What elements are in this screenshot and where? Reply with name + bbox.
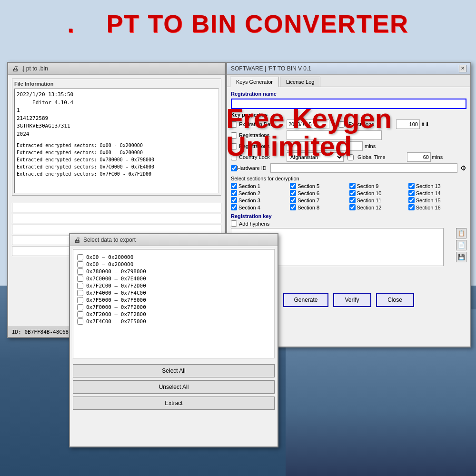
extract-button[interactable]: Extract bbox=[73, 397, 275, 410]
checkbox-item-9[interactable] bbox=[77, 311, 83, 317]
select-icon: 🖨 bbox=[74, 236, 80, 244]
executions-spinner[interactable]: ⬆⬇ bbox=[421, 121, 429, 128]
executions-input[interactable] bbox=[396, 119, 420, 129]
unselect-all-button[interactable]: Unselect All bbox=[73, 380, 275, 394]
tab-license-log[interactable]: License Log bbox=[280, 77, 320, 87]
file-info-content: 2022/1/20 13:35:50 Editor 4.10.4 1 21412… bbox=[14, 89, 219, 193]
paste-icon[interactable]: 📄 bbox=[456, 240, 466, 250]
section-item-8: Section 8 bbox=[290, 204, 348, 210]
file-content-line-2: Editor 4.10.4 bbox=[17, 99, 217, 107]
select-window-titlebar: 🖨 Select data to export bbox=[70, 234, 278, 246]
field-2[interactable] bbox=[12, 214, 221, 223]
file-content-line-3: 1 bbox=[17, 107, 217, 115]
section-checkbox-8[interactable] bbox=[290, 204, 296, 210]
section-checkbox-5[interactable] bbox=[290, 183, 296, 189]
checkbox-item-7[interactable] bbox=[77, 297, 83, 303]
sector-4: Extracted encrypted sectors: 0x7C0000 - … bbox=[17, 163, 217, 170]
section-checkbox-1[interactable] bbox=[231, 183, 237, 189]
section-checkbox-6[interactable] bbox=[290, 190, 296, 196]
expiration-dropdown-icon: ▼ bbox=[331, 121, 337, 127]
registrations-input-2[interactable] bbox=[287, 141, 363, 151]
section-item-14: Section 14 bbox=[408, 190, 466, 196]
file-info-section: File Information 2022/1/20 13:35:50 Edit… bbox=[12, 79, 221, 196]
field-3[interactable] bbox=[12, 225, 221, 234]
section-checkbox-10[interactable] bbox=[349, 190, 356, 196]
section-checkbox-13[interactable] bbox=[408, 183, 415, 189]
input-row-2 bbox=[12, 214, 221, 223]
section-checkbox-4[interactable] bbox=[231, 204, 237, 210]
hardware-id-row: Hardware ID ⚙ bbox=[231, 163, 466, 173]
hardware-id-checkbox[interactable] bbox=[231, 165, 237, 171]
registrations-input-1[interactable] bbox=[287, 130, 382, 140]
list-item: 0x7F4000 – 0x7F4C00 bbox=[77, 290, 270, 296]
hardware-id-label: Hardware ID bbox=[237, 165, 267, 171]
list-item: 0x7F0000 – 0x7F2000 bbox=[77, 304, 270, 310]
save-icon[interactable]: 💾 bbox=[456, 252, 466, 262]
checkbox-item-5[interactable] bbox=[77, 283, 83, 289]
list-item: 0x7F2000 – 0x7F2800 bbox=[77, 311, 270, 317]
close-button[interactable]: Close bbox=[376, 293, 414, 307]
checkbox-item-10[interactable] bbox=[77, 318, 83, 325]
registrations-checkbox-1[interactable] bbox=[231, 132, 237, 139]
checkbox-item-1[interactable] bbox=[77, 254, 83, 260]
section-item-4: Section 4 bbox=[231, 204, 289, 210]
country-lock-checkbox[interactable] bbox=[231, 154, 237, 160]
registrations-checkbox-2[interactable] bbox=[231, 143, 237, 149]
section-item-10: Section 10 bbox=[349, 190, 407, 196]
list-item: 0x7F2C00 – 0x7F2D00 bbox=[77, 283, 270, 289]
sections-grid: Section 1 Section 5 Section 9 Section 13… bbox=[231, 183, 466, 210]
country-lock-label: Country Lock bbox=[239, 154, 287, 160]
section-checkbox-9[interactable] bbox=[349, 183, 356, 189]
mins-label-2: mins bbox=[432, 154, 443, 160]
section-checkbox-14[interactable] bbox=[408, 190, 415, 196]
registrations-label-1: Registrations bbox=[239, 132, 287, 138]
expiration-checkbox[interactable] bbox=[231, 121, 237, 128]
key-props-label: Key properties bbox=[231, 112, 466, 118]
executions-checkbox[interactable] bbox=[338, 121, 345, 128]
expiration-input[interactable] bbox=[287, 119, 329, 129]
section-checkbox-12[interactable] bbox=[349, 204, 356, 210]
list-item: 0x7F4C00 – 0x7F5000 bbox=[77, 318, 270, 325]
file-content-line-4: 2141272589 bbox=[17, 115, 217, 123]
section-item-16: Section 16 bbox=[408, 204, 466, 210]
sw-titlebar: SOFTWARE | 'PT TO BIN V 0.1 ✕ bbox=[227, 63, 470, 75]
sw-title-text: SOFTWARE | 'PT TO BIN V 0.1 bbox=[231, 65, 311, 72]
hardware-id-input[interactable] bbox=[270, 163, 457, 173]
global-time-label: Global Time bbox=[357, 154, 405, 160]
global-time-input[interactable] bbox=[407, 152, 431, 162]
checkbox-item-4[interactable] bbox=[77, 276, 83, 282]
reg-name-input[interactable] bbox=[231, 99, 466, 109]
select-all-button[interactable]: Select All bbox=[73, 364, 275, 377]
global-time-checkbox[interactable] bbox=[347, 154, 354, 160]
reg-key-label: Registration key bbox=[231, 213, 466, 219]
generate-button[interactable]: Generate bbox=[283, 293, 328, 307]
field-1[interactable] bbox=[12, 203, 221, 212]
section-item-9: Section 9 bbox=[349, 183, 407, 189]
checkbox-item-2[interactable] bbox=[77, 261, 83, 268]
add-hyphens-checkbox[interactable] bbox=[231, 220, 237, 227]
country-select[interactable]: Afghanistan Albania Algeria bbox=[287, 152, 344, 162]
verify-button[interactable]: Verify bbox=[333, 293, 371, 307]
id-bar-text: ID: 0B7FF84B-48C68 bbox=[12, 329, 69, 335]
section-checkbox-11[interactable] bbox=[349, 197, 356, 203]
checkbox-item-8[interactable] bbox=[77, 304, 83, 310]
checkbox-item-3[interactable] bbox=[77, 268, 83, 275]
close-button-x[interactable]: ✕ bbox=[459, 65, 466, 72]
section-checkbox-16[interactable] bbox=[408, 204, 415, 210]
tab-keys-generator[interactable]: Keys Generator bbox=[230, 77, 279, 87]
sector-2: Extracted encrypted sectors: 0x00 - 0x20… bbox=[17, 149, 217, 156]
executions-label: Executions bbox=[348, 121, 396, 127]
section-item-5: Section 5 bbox=[290, 183, 348, 189]
expiration-label: Expiration Date bbox=[239, 121, 287, 127]
checkbox-item-6[interactable] bbox=[77, 290, 83, 296]
section-item-6: Section 6 bbox=[290, 190, 348, 196]
registrations-row-1: Registrations bbox=[231, 130, 466, 140]
section-checkbox-3[interactable] bbox=[231, 197, 237, 203]
section-item-1: Section 1 bbox=[231, 183, 289, 189]
section-checkbox-2[interactable] bbox=[231, 190, 237, 196]
list-item: 0x7F5000 – 0x7F8000 bbox=[77, 297, 270, 303]
section-checkbox-15[interactable] bbox=[408, 197, 415, 203]
section-item-11: Section 11 bbox=[349, 197, 407, 203]
section-checkbox-7[interactable] bbox=[290, 197, 296, 203]
copy-icon[interactable]: 📋 bbox=[456, 228, 466, 238]
